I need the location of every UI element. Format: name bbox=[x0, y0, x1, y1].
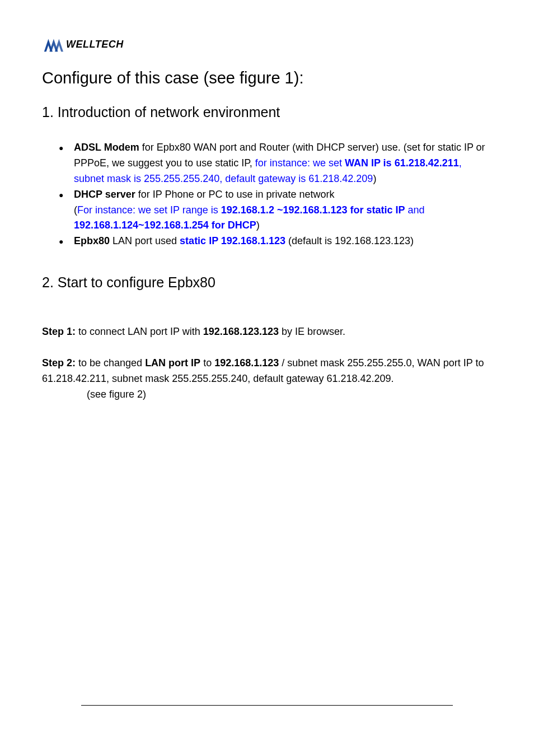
brand-name: WELLTECH bbox=[66, 39, 124, 50]
step-2: Step 2: to be changed LAN port IP to 192… bbox=[42, 356, 492, 403]
brand-logo: WELLTECH bbox=[42, 34, 492, 55]
bullet-prefix: DHCP server bbox=[74, 189, 135, 200]
bullet-prefix: ADSL Modem bbox=[74, 142, 139, 153]
page-title: Configure of this case (see figure 1): bbox=[42, 69, 492, 87]
logo-icon bbox=[42, 34, 63, 55]
step-label: Step 1: bbox=[42, 326, 76, 337]
section-1-heading: 1. Introduction of network environment bbox=[42, 104, 492, 120]
intro-bullet-list: ADSL Modem for Epbx80 WAN port and Route… bbox=[42, 140, 492, 249]
step-label: Step 2: bbox=[42, 357, 76, 368]
bullet-dhcp-server: DHCP server for IP Phone or PC to use in… bbox=[62, 187, 492, 234]
bullet-adsl-modem: ADSL Modem for Epbx80 WAN port and Route… bbox=[62, 140, 492, 187]
bullet-prefix: Epbx80 bbox=[74, 235, 110, 246]
section-2-heading: 2. Start to configure Epbx80 bbox=[42, 274, 492, 291]
bullet-epbx80-lan: Epbx80 LAN port used static IP 192.168.1… bbox=[62, 234, 492, 249]
footer-divider bbox=[81, 705, 453, 706]
step-1: Step 1: to connect LAN port IP with 192.… bbox=[42, 324, 492, 340]
step-2-figure-ref: (see figure 2) bbox=[42, 387, 492, 403]
